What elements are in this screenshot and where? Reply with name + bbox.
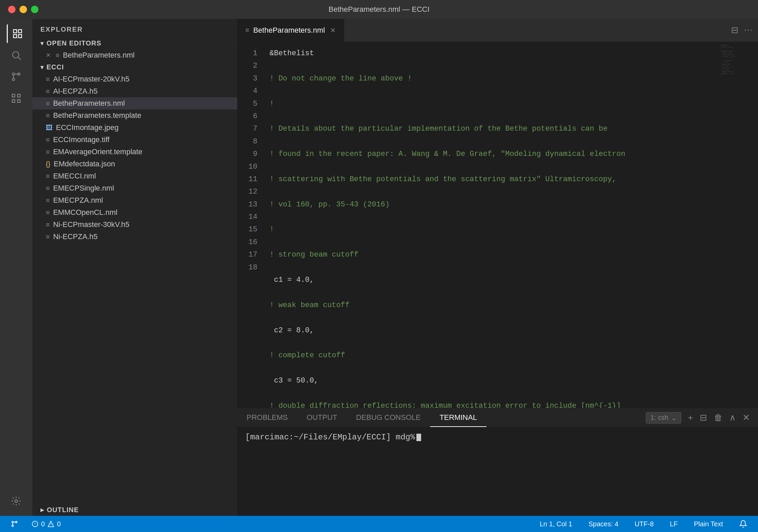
- bottom-panel: PROBLEMS OUTPUT DEBUG CONSOLE TERMINAL 1…: [237, 408, 758, 516]
- ecci-section: ▾ ECCI ≡AI-ECPmaster-20kV.h5 ≡AI-ECPZA.h…: [32, 61, 237, 243]
- cursor-position-status[interactable]: Ln 1, Col 1: [536, 520, 576, 528]
- terminal-content[interactable]: [marcimac:~/Files/EMplay/ECCI] mdg%: [237, 427, 758, 516]
- filename: Ni-ECPZA.h5: [53, 232, 98, 241]
- output-tab[interactable]: OUTPUT: [297, 408, 346, 427]
- list-item[interactable]: {}EMdefectdata.json: [32, 158, 237, 170]
- ecci-header[interactable]: ▾ ECCI: [32, 61, 237, 73]
- close-button[interactable]: [8, 6, 15, 13]
- minimize-button[interactable]: [20, 6, 27, 13]
- tab-close-button[interactable]: ✕: [330, 26, 336, 34]
- list-item[interactable]: ≡EMECPZA.nml: [32, 194, 237, 206]
- list-item[interactable]: ≡EMMCOpenCL.nml: [32, 206, 237, 219]
- git-activity-icon[interactable]: [7, 67, 26, 86]
- language-label: Plain Text: [694, 520, 723, 528]
- ecci-file-list: ≡AI-ECPmaster-20kV.h5 ≡AI-ECPZA.h5 ≡Beth…: [32, 73, 237, 243]
- debug-console-tab[interactable]: DEBUG CONSOLE: [347, 408, 430, 427]
- app: EXPLORER ▾ OPEN EDITORS ✕ ≡ BetheParamet…: [0, 19, 758, 532]
- list-item[interactable]: ≡ECCImontage.tiff: [32, 134, 237, 146]
- line-ending-label: LF: [670, 520, 677, 528]
- outline-section[interactable]: ▸ OUTLINE: [32, 504, 237, 516]
- status-bar: 0 0 Ln 1, Col 1 Spaces: 4 UTF-8 LF Plain…: [0, 516, 758, 532]
- list-item[interactable]: ≡EMAverageOrient.template: [32, 146, 237, 158]
- svg-point-6: [12, 73, 15, 75]
- filename: AI-ECPmaster-20kV.h5: [53, 75, 130, 84]
- add-terminal-button[interactable]: +: [688, 412, 693, 423]
- window-title: BetheParameters.nml — ECCI: [328, 5, 430, 14]
- tab-filename: BetheParameters.nml: [253, 26, 325, 35]
- list-item[interactable]: ≡BetheParameters.template: [32, 109, 237, 122]
- file-icon: ≡: [46, 88, 50, 95]
- spaces-label: Spaces: 4: [589, 520, 619, 528]
- file-icon: ≡: [46, 136, 50, 144]
- spaces-status[interactable]: Spaces: 4: [585, 520, 623, 528]
- split-terminal-button[interactable]: ⊟: [700, 412, 707, 423]
- language-status[interactable]: Plain Text: [690, 520, 727, 528]
- list-item[interactable]: 🖼ECCImontage.jpeg: [32, 122, 237, 134]
- git-branch-status[interactable]: [7, 520, 22, 528]
- panel-tabs: PROBLEMS OUTPUT DEBUG CONSOLE TERMINAL 1…: [237, 408, 758, 427]
- svg-point-9: [15, 500, 18, 502]
- problems-tab[interactable]: PROBLEMS: [237, 408, 297, 427]
- file-icon: ≡: [46, 100, 50, 107]
- more-actions-icon[interactable]: ⋯: [744, 25, 753, 35]
- terminal-prompt: [marcimac:~/Files/EMplay/ECCI] mdg%: [245, 433, 750, 442]
- list-item[interactable]: ≡Ni-ECPZA.h5: [32, 231, 237, 243]
- list-item[interactable]: ≡AI-ECPmaster-20kV.h5: [32, 73, 237, 85]
- warning-count: 0: [57, 520, 61, 528]
- line-ending-status[interactable]: LF: [666, 520, 682, 528]
- list-item[interactable]: ≡EMECCI.nml: [32, 170, 237, 182]
- file-icon: ≡: [46, 112, 50, 120]
- svg-point-10: [12, 521, 13, 523]
- minimap: &Bethelist ! Do not change ! ! Details a…: [718, 42, 758, 408]
- list-item[interactable]: ≡AI-ECPZA.h5: [32, 85, 237, 97]
- activity-bar-bottom: [7, 492, 26, 516]
- file-icon: ≡: [46, 185, 50, 192]
- list-item[interactable]: ≡Ni-ECPmaster-30kV.h5: [32, 219, 237, 231]
- sidebar: EXPLORER ▾ OPEN EDITORS ✕ ≡ BetheParamet…: [32, 19, 237, 516]
- filename: EMdefectdata.json: [54, 160, 115, 168]
- panel-actions: 1: csh ⌄ + ⊟ 🗑 ∧ ✕: [646, 412, 758, 424]
- errors-warnings-status[interactable]: 0 0: [28, 520, 65, 528]
- line-numbers: 1 2 3 4 5 6 7 8 9 10 11 12 13 14: [237, 42, 264, 408]
- status-bar-left: 0 0: [7, 520, 536, 528]
- chevron-up-icon[interactable]: ∧: [729, 412, 736, 423]
- close-panel-button[interactable]: ✕: [743, 412, 750, 423]
- notifications-icon[interactable]: [735, 520, 751, 528]
- explorer-activity-icon[interactable]: [7, 24, 26, 43]
- delete-terminal-button[interactable]: 🗑: [714, 412, 723, 423]
- settings-activity-icon[interactable]: [7, 492, 26, 510]
- extensions-activity-icon[interactable]: [7, 89, 26, 108]
- file-icon: ≡: [46, 221, 50, 229]
- terminal-dropdown[interactable]: 1: csh ⌄: [646, 412, 681, 424]
- open-editors-section: ▾ OPEN EDITORS ✕ ≡ BetheParameters.nml: [32, 37, 237, 61]
- editor-content[interactable]: 1 2 3 4 5 6 7 8 9 10 11 12 13 14: [237, 42, 758, 408]
- open-editors-chevron: ▾: [40, 40, 44, 47]
- filename: AI-ECPZA.h5: [53, 87, 98, 96]
- encoding-status[interactable]: UTF-8: [631, 520, 658, 528]
- terminal-tab[interactable]: TERMINAL: [430, 408, 486, 427]
- sidebar-header: EXPLORER: [32, 19, 237, 37]
- editor-tab[interactable]: ≡ BetheParameters.nml ✕: [237, 19, 344, 41]
- open-editor-item[interactable]: ✕ ≡ BetheParameters.nml: [32, 49, 237, 61]
- maximize-button[interactable]: [31, 6, 38, 13]
- main-area: EXPLORER ▾ OPEN EDITORS ✕ ≡ BetheParamet…: [0, 19, 758, 516]
- file-icon: ≡: [46, 209, 50, 217]
- filename: BetheParameters.template: [53, 111, 141, 120]
- file-icon: ≡: [56, 52, 60, 59]
- tab-file-icon: ≡: [245, 26, 249, 34]
- traffic-lights: [8, 6, 38, 13]
- open-editors-list: ✕ ≡ BetheParameters.nml: [32, 49, 237, 61]
- close-file-icon[interactable]: ✕: [46, 52, 51, 59]
- code-editor[interactable]: &Bethelist ! Do not change the line abov…: [264, 42, 718, 408]
- list-item[interactable]: ≡BetheParameters.nml: [32, 97, 237, 109]
- svg-rect-2: [13, 35, 17, 38]
- ecci-label: ECCI: [46, 63, 64, 71]
- search-activity-icon[interactable]: [7, 46, 26, 65]
- activity-bar-top: [7, 24, 26, 492]
- split-editor-icon[interactable]: ⊟: [731, 25, 738, 35]
- svg-point-4: [12, 52, 19, 58]
- filename: EMECCI.nml: [53, 172, 96, 180]
- list-item[interactable]: ≡EMECPSingle.nml: [32, 182, 237, 194]
- filename: BetheParameters.nml: [53, 99, 125, 108]
- open-editors-header[interactable]: ▾ OPEN EDITORS: [32, 37, 237, 49]
